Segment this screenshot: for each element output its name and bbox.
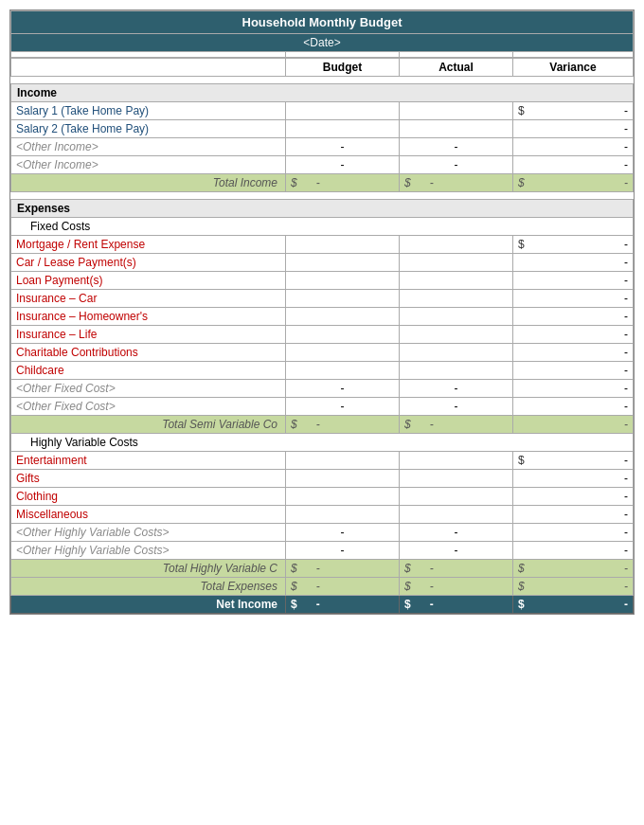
insurance-home-budget[interactable] <box>286 307 400 325</box>
insurance-life-budget[interactable] <box>286 325 400 343</box>
insurance-life-variance-dollar <box>513 325 530 343</box>
mortgage-variance-dollar: $ <box>513 235 530 253</box>
mortgage-label: Mortgage / Rent Expense <box>11 235 286 253</box>
table-row: <Other Highly Variable Costs> - - - <box>11 523 634 541</box>
other-income2-actual[interactable]: - <box>400 155 513 173</box>
entertainment-actual[interactable] <box>400 451 513 469</box>
total-sv-actual-value: - <box>430 418 434 431</box>
gifts-variance: - <box>530 469 634 487</box>
clothing-actual[interactable] <box>400 487 513 505</box>
table-row: <Other Income> - - - <box>11 137 634 155</box>
total-income-budget-dollar: $ <box>291 176 297 189</box>
miscellaneous-actual[interactable] <box>400 505 513 523</box>
mortgage-actual[interactable] <box>400 235 513 253</box>
total-semi-variable-row: Total Semi Variable Co $ - $ - - <box>11 415 634 433</box>
other-income1-budget[interactable]: - <box>286 137 400 155</box>
other-hv1-actual[interactable]: - <box>400 523 513 541</box>
other-income1-actual[interactable]: - <box>400 137 513 155</box>
salary1-variance-dollar: $ <box>513 101 530 119</box>
table-row: Salary 1 (Take Home Pay) $ - <box>11 101 634 119</box>
total-expenses-budget-value: - <box>316 580 320 593</box>
other-income1-variance-dollar <box>513 137 530 155</box>
other-hv1-label: <Other Highly Variable Costs> <box>11 523 286 541</box>
charitable-actual[interactable] <box>400 343 513 361</box>
other-fixed1-budget[interactable]: - <box>286 379 400 397</box>
insurance-life-actual[interactable] <box>400 325 513 343</box>
table-row: Gifts - <box>11 469 634 487</box>
entertainment-label: Entertainment <box>11 451 286 469</box>
total-sv-variance-dollar <box>513 415 530 433</box>
miscellaneous-variance: - <box>530 505 634 523</box>
clothing-budget[interactable] <box>286 487 400 505</box>
col-actual-header: Actual <box>400 58 513 77</box>
other-income2-variance: - <box>530 155 634 173</box>
net-income-budget-dollar: $ <box>291 598 297 611</box>
total-income-budget-value: - <box>316 176 320 189</box>
loan-actual[interactable] <box>400 271 513 289</box>
table-row: Insurance – Life - <box>11 325 634 343</box>
car-lease-budget[interactable] <box>286 253 400 271</box>
charitable-budget[interactable] <box>286 343 400 361</box>
other-hv1-budget[interactable]: - <box>286 523 400 541</box>
childcare-label: Childcare <box>11 361 286 379</box>
car-lease-variance: - <box>530 253 634 271</box>
car-lease-label: Car / Lease Payment(s) <box>11 253 286 271</box>
loan-variance-dollar <box>513 271 530 289</box>
other-hv2-budget[interactable]: - <box>286 541 400 559</box>
salary1-variance: - <box>530 101 634 119</box>
charitable-label: Charitable Contributions <box>11 343 286 361</box>
net-income-row: Net Income $ - $ - $ - <box>11 595 634 613</box>
entertainment-budget[interactable] <box>286 451 400 469</box>
insurance-home-variance-dollar <box>513 307 530 325</box>
salary2-actual[interactable] <box>400 119 513 137</box>
other-hv1-variance-dollar <box>513 523 530 541</box>
total-expenses-budget-dollar: $ <box>291 580 297 593</box>
insurance-car-budget[interactable] <box>286 289 400 307</box>
net-income-actual-value: - <box>430 598 434 611</box>
insurance-home-actual[interactable] <box>400 307 513 325</box>
other-income2-budget[interactable]: - <box>286 155 400 173</box>
total-income-budget: $ - <box>286 173 400 191</box>
insurance-car-actual[interactable] <box>400 289 513 307</box>
entertainment-variance-dollar: $ <box>513 451 530 469</box>
miscellaneous-budget[interactable] <box>286 505 400 523</box>
fixed-costs-label: Fixed Costs <box>11 217 634 235</box>
gifts-label: Gifts <box>11 469 286 487</box>
other-fixed1-label: <Other Fixed Cost> <box>11 379 286 397</box>
table-row: Charitable Contributions - <box>11 343 634 361</box>
gifts-actual[interactable] <box>400 469 513 487</box>
total-expenses-budget: $ - <box>286 577 400 595</box>
childcare-budget[interactable] <box>286 361 400 379</box>
other-income1-variance: - <box>530 137 634 155</box>
charitable-variance-dollar <box>513 343 530 361</box>
other-fixed1-actual[interactable]: - <box>400 379 513 397</box>
total-sv-actual: $ - <box>400 415 513 433</box>
net-income-budget: $ - <box>286 595 400 613</box>
highly-variable-section: Highly Variable Costs <box>11 433 634 451</box>
total-hv-budget-dollar: $ <box>291 562 297 575</box>
total-hv-budget-value: - <box>316 562 320 575</box>
salary1-actual[interactable] <box>400 101 513 119</box>
salary2-label: Salary 2 (Take Home Pay) <box>11 119 286 137</box>
mortgage-budget[interactable] <box>286 235 400 253</box>
total-sv-budget-value: - <box>316 418 320 431</box>
table-row: <Other Income> - - - <box>11 155 634 173</box>
other-income1-label: <Other Income> <box>11 137 286 155</box>
table-row: <Other Highly Variable Costs> - - - <box>11 541 634 559</box>
salary2-budget[interactable] <box>286 119 400 137</box>
other-hv1-variance: - <box>530 523 634 541</box>
gifts-budget[interactable] <box>286 469 400 487</box>
other-fixed2-budget[interactable]: - <box>286 397 400 415</box>
car-lease-actual[interactable] <box>400 253 513 271</box>
clothing-variance: - <box>530 487 634 505</box>
total-income-actual-dollar: $ <box>404 176 411 189</box>
other-fixed2-actual[interactable]: - <box>400 397 513 415</box>
childcare-actual[interactable] <box>400 361 513 379</box>
miscellaneous-variance-dollar <box>513 505 530 523</box>
other-fixed1-variance: - <box>530 379 634 397</box>
loan-budget[interactable] <box>286 271 400 289</box>
salary1-budget[interactable] <box>286 101 400 119</box>
total-income-actual-value: - <box>430 176 434 189</box>
other-hv2-actual[interactable]: - <box>400 541 513 559</box>
expenses-section-label: Expenses <box>11 199 634 217</box>
